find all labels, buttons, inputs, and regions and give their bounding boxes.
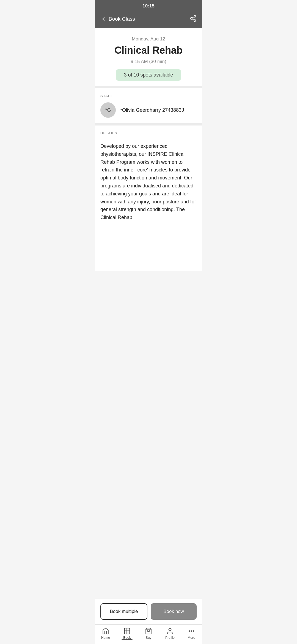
class-date: Monday, Aug 12	[100, 36, 197, 42]
main-content: Monday, Aug 12 Clinical Rehab 9:15 AM (3…	[95, 28, 202, 271]
details-section-label: DETAILS	[100, 131, 197, 135]
class-info-section: Monday, Aug 12 Clinical Rehab 9:15 AM (3…	[95, 28, 202, 86]
class-time: 9:15 AM (30 min)	[100, 59, 197, 64]
staff-avatar: *G	[100, 102, 116, 118]
status-bar: 10:15	[95, 0, 202, 11]
back-button[interactable]: Book Class	[100, 16, 135, 22]
share-icon	[189, 15, 197, 22]
class-title: Clinical Rehab	[100, 45, 197, 56]
svg-line-3	[192, 19, 194, 20]
header-title: Book Class	[109, 16, 135, 22]
section-divider	[95, 86, 202, 88]
status-time: 10:15	[142, 3, 154, 9]
back-icon	[100, 16, 106, 22]
share-button[interactable]	[189, 15, 197, 23]
details-text: Developed by our experienced physiothera…	[95, 142, 202, 227]
staff-section: STAFF *G *Olivia Geerdharry 2743883J	[95, 88, 202, 123]
spots-badge: 3 of 10 spots available	[116, 69, 181, 81]
svg-line-4	[192, 17, 194, 18]
section-divider-2	[95, 123, 202, 125]
staff-item: *G *Olivia Geerdharry 2743883J	[100, 102, 197, 118]
header: Book Class	[95, 11, 202, 28]
details-section: DETAILS	[95, 125, 202, 142]
staff-name: *Olivia Geerdharry 2743883J	[120, 107, 184, 113]
staff-avatar-text: *G	[105, 107, 111, 113]
staff-section-label: STAFF	[100, 94, 197, 98]
